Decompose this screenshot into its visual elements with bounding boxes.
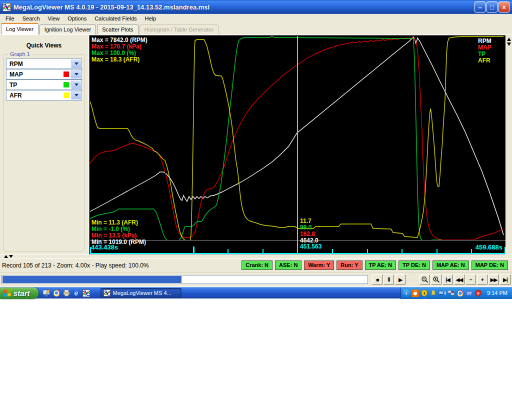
close-button[interactable]: ×	[498, 2, 510, 12]
timeline-tick	[228, 249, 228, 253]
series-tp	[90, 36, 444, 241]
internet-explorer-icon[interactable]: e	[72, 289, 80, 297]
series-color-swatch	[64, 72, 69, 77]
quick-view-select-afr[interactable]: AFR	[6, 90, 82, 100]
app-icon	[2, 3, 11, 12]
security-alert-icon[interactable]: ×	[474, 290, 482, 297]
play-button[interactable]: ▶	[395, 274, 406, 284]
show-desktop-icon[interactable]	[42, 289, 50, 297]
dropdown-button[interactable]	[72, 91, 81, 100]
titlebar: MegaLogViewer MS 4.0.19 - 2015-09-13_14.…	[0, 0, 512, 14]
chevron-down-icon	[74, 73, 78, 76]
status-badge-warm: Warm: Y	[304, 260, 334, 270]
system-tray: ‹ ! × × 9:14 PM	[400, 288, 512, 299]
transport-bar: ■Ⅱ▶|◀◀◀−+▶▶▶|	[0, 272, 512, 286]
timeline-tick	[471, 249, 472, 253]
pause-button[interactable]: Ⅱ	[384, 274, 394, 284]
taskbar: start e MegaLogViewer MS 4... ‹	[0, 287, 512, 298]
printer-icon[interactable]	[62, 289, 70, 297]
timeline-tick	[367, 249, 368, 253]
status-badge-map-ae: MAP AE: N	[432, 260, 469, 270]
tabbar: Log ViewerIgnition Log ViewerScatter Plo…	[0, 23, 512, 34]
network-disconnected-icon[interactable]: ×	[448, 290, 455, 297]
minimize-button[interactable]: –	[474, 2, 486, 12]
tray-collapse-icon[interactable]: ‹	[402, 290, 410, 297]
scroll-down-icon[interactable]	[507, 42, 511, 46]
desktop: MegaLogViewer MS 4.0.19 - 2015-09-13_14.…	[0, 0, 512, 420]
playback-progress-fill	[2, 276, 182, 283]
dropdown-button[interactable]	[72, 70, 81, 78]
zoom-in-button[interactable]	[431, 274, 442, 284]
svg-text:×: ×	[477, 290, 480, 296]
chevron-down-icon	[74, 84, 78, 86]
menu-item-view[interactable]: View	[44, 14, 64, 22]
chrome-icon[interactable]	[52, 289, 60, 297]
menu-item-file[interactable]: File	[2, 14, 18, 22]
svg-text:!: !	[424, 290, 425, 296]
min-labels: Min = 11.3 (AFR)Min = -1.0 (%)Min = 13.5…	[92, 220, 146, 246]
tab-scatter-plots[interactable]: Scatter Plots	[97, 24, 138, 34]
status-bar: Record 105 of 213 - Zoom: 4.00x - Play s…	[0, 258, 512, 272]
stop-button[interactable]: ■	[372, 274, 382, 284]
rewind-button[interactable]: ◀◀	[454, 274, 464, 284]
dropdown-button[interactable]	[72, 80, 81, 89]
graph-cursor-line[interactable]	[297, 36, 298, 253]
status-badge-tp-de: TP DE: N	[398, 260, 430, 270]
max-labels: Max = 7842.0 (RPM)Max = 170.7 (kPa)Max =…	[92, 37, 148, 63]
skip-end-button[interactable]: ▶|	[500, 274, 510, 284]
menu-item-search[interactable]: Search	[18, 14, 44, 22]
menu-item-options[interactable]: Options	[64, 14, 90, 22]
menubar: FileSearchViewOptionsCalculated FieldsHe…	[0, 14, 512, 23]
quick-view-select-rpm[interactable]: RPM	[6, 58, 82, 69]
tab-log-viewer[interactable]: Log Viewer	[1, 23, 38, 34]
quick-view-select-map[interactable]: MAP	[6, 69, 82, 80]
timeline-tick	[436, 249, 438, 253]
menu-item-calculated-fields[interactable]: Calculated Fields	[90, 14, 140, 22]
quick-view-value: MAP	[10, 71, 23, 78]
window-title: MegaLogViewer MS 4.0.19 - 2015-09-13_14.…	[14, 4, 210, 11]
start-label: start	[14, 289, 30, 298]
chevron-down-icon	[74, 94, 78, 96]
zoom-out-button[interactable]	[420, 274, 430, 284]
graph-legend: RPMMAPTPAFR	[478, 38, 492, 64]
graph1-groupbox: Graph 1 RPMMAPTPAFR	[4, 54, 84, 252]
chrome-icon[interactable]	[456, 290, 464, 297]
series-color-swatch	[64, 92, 69, 98]
cursor-time: 451.563	[300, 243, 322, 250]
quick-view-value: RPM	[10, 60, 23, 68]
bell-icon[interactable]	[430, 290, 437, 297]
task-button-label: MegaLogViewer MS 4...	[113, 290, 172, 296]
max-label: Max = 18.3 (AFR)	[92, 56, 148, 63]
menu-item-help[interactable]: Help	[141, 14, 160, 22]
start-button[interactable]: start	[0, 288, 38, 299]
skip-start-button[interactable]: |◀	[442, 274, 453, 284]
timeline-tick	[193, 246, 194, 253]
update-shield-icon[interactable]: !	[420, 290, 428, 297]
fast-forward-button[interactable]: ▶▶	[488, 274, 499, 284]
quick-view-value: TP	[10, 82, 17, 88]
series-color-swatch	[64, 82, 69, 88]
tab-ignition-log-viewer[interactable]: Ignition Log Viewer	[40, 24, 96, 34]
step-back-button[interactable]: −	[466, 274, 476, 284]
log-graph-pane[interactable]: Max = 7842.0 (RPM)Max = 170.7 (kPa)Max =…	[89, 35, 506, 254]
dropdown-button[interactable]	[72, 60, 81, 68]
audio-monitor-icon[interactable]	[438, 290, 446, 297]
remote-session-icon[interactable]	[466, 290, 473, 297]
legend-entry: AFR	[478, 58, 492, 64]
maximize-button[interactable]: □	[486, 2, 498, 12]
main-area: Quick Views Graph 1 RPMMAPTPAFR Max = 78…	[0, 34, 512, 254]
taskbar-task-button[interactable]: MegaLogViewer MS 4...	[100, 288, 182, 298]
java-icon[interactable]	[412, 290, 419, 297]
playback-progress[interactable]	[2, 275, 368, 284]
tab-histogram-table-generator: Histogram / Table Generator	[140, 24, 218, 34]
scroll-up-icon[interactable]	[507, 38, 511, 41]
quick-view-rows: RPMMAPTPAFR	[6, 58, 82, 100]
svg-text:×: ×	[452, 290, 454, 294]
megalogviewer-icon[interactable]	[82, 289, 90, 297]
pane-splitter[interactable]	[0, 254, 512, 258]
quick-views-panel: Quick Views Graph 1 RPMMAPTPAFR	[0, 35, 89, 254]
step-forward-button[interactable]: +	[477, 274, 488, 284]
taskbar-clock: 9:14 PM	[487, 290, 508, 296]
timeline-end-time: 459.688s	[476, 244, 502, 251]
quick-view-select-tp[interactable]: TP	[6, 80, 82, 90]
